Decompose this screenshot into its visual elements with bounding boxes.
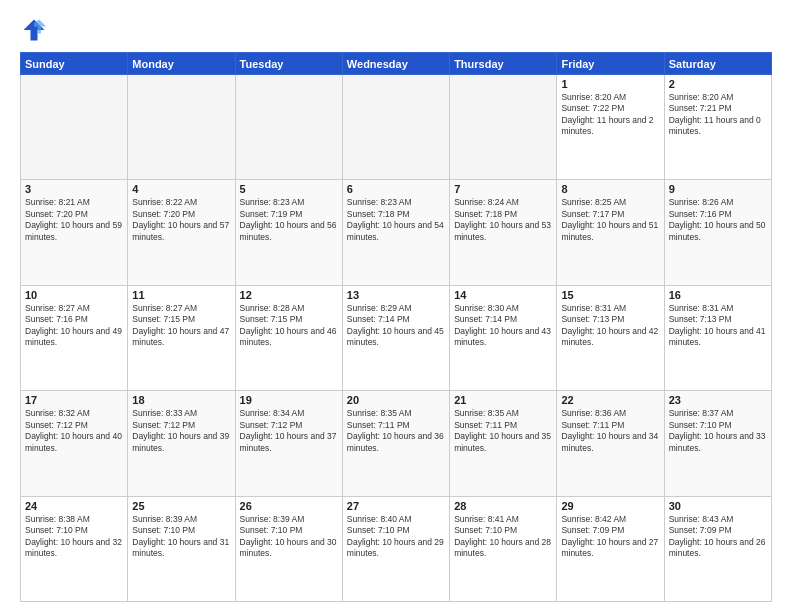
calendar-cell: 2Sunrise: 8:20 AM Sunset: 7:21 PM Daylig… bbox=[664, 75, 771, 180]
calendar-cell: 30Sunrise: 8:43 AM Sunset: 7:09 PM Dayli… bbox=[664, 496, 771, 601]
day-info: Sunrise: 8:20 AM Sunset: 7:21 PM Dayligh… bbox=[669, 92, 767, 138]
calendar-cell: 27Sunrise: 8:40 AM Sunset: 7:10 PM Dayli… bbox=[342, 496, 449, 601]
calendar-cell: 14Sunrise: 8:30 AM Sunset: 7:14 PM Dayli… bbox=[450, 285, 557, 390]
day-info: Sunrise: 8:30 AM Sunset: 7:14 PM Dayligh… bbox=[454, 303, 552, 349]
day-number: 12 bbox=[240, 289, 338, 301]
calendar-cell: 25Sunrise: 8:39 AM Sunset: 7:10 PM Dayli… bbox=[128, 496, 235, 601]
day-info: Sunrise: 8:23 AM Sunset: 7:18 PM Dayligh… bbox=[347, 197, 445, 243]
day-number: 14 bbox=[454, 289, 552, 301]
calendar-cell: 6Sunrise: 8:23 AM Sunset: 7:18 PM Daylig… bbox=[342, 180, 449, 285]
calendar-table: SundayMondayTuesdayWednesdayThursdayFrid… bbox=[20, 52, 772, 602]
day-info: Sunrise: 8:34 AM Sunset: 7:12 PM Dayligh… bbox=[240, 408, 338, 454]
calendar-cell bbox=[342, 75, 449, 180]
calendar-week-5: 24Sunrise: 8:38 AM Sunset: 7:10 PM Dayli… bbox=[21, 496, 772, 601]
calendar-cell: 5Sunrise: 8:23 AM Sunset: 7:19 PM Daylig… bbox=[235, 180, 342, 285]
day-number: 4 bbox=[132, 183, 230, 195]
day-number: 16 bbox=[669, 289, 767, 301]
weekday-header-tuesday: Tuesday bbox=[235, 53, 342, 75]
day-number: 22 bbox=[561, 394, 659, 406]
page: SundayMondayTuesdayWednesdayThursdayFrid… bbox=[0, 0, 792, 612]
logo bbox=[20, 16, 52, 44]
day-info: Sunrise: 8:39 AM Sunset: 7:10 PM Dayligh… bbox=[132, 514, 230, 560]
day-number: 6 bbox=[347, 183, 445, 195]
header bbox=[20, 16, 772, 44]
day-number: 25 bbox=[132, 500, 230, 512]
day-number: 13 bbox=[347, 289, 445, 301]
calendar-cell bbox=[235, 75, 342, 180]
calendar-cell: 22Sunrise: 8:36 AM Sunset: 7:11 PM Dayli… bbox=[557, 391, 664, 496]
day-info: Sunrise: 8:43 AM Sunset: 7:09 PM Dayligh… bbox=[669, 514, 767, 560]
calendar-week-2: 3Sunrise: 8:21 AM Sunset: 7:20 PM Daylig… bbox=[21, 180, 772, 285]
calendar-cell: 4Sunrise: 8:22 AM Sunset: 7:20 PM Daylig… bbox=[128, 180, 235, 285]
day-number: 1 bbox=[561, 78, 659, 90]
calendar-cell: 21Sunrise: 8:35 AM Sunset: 7:11 PM Dayli… bbox=[450, 391, 557, 496]
calendar-cell: 23Sunrise: 8:37 AM Sunset: 7:10 PM Dayli… bbox=[664, 391, 771, 496]
day-info: Sunrise: 8:42 AM Sunset: 7:09 PM Dayligh… bbox=[561, 514, 659, 560]
day-info: Sunrise: 8:31 AM Sunset: 7:13 PM Dayligh… bbox=[561, 303, 659, 349]
day-info: Sunrise: 8:41 AM Sunset: 7:10 PM Dayligh… bbox=[454, 514, 552, 560]
day-number: 23 bbox=[669, 394, 767, 406]
weekday-header-wednesday: Wednesday bbox=[342, 53, 449, 75]
day-info: Sunrise: 8:38 AM Sunset: 7:10 PM Dayligh… bbox=[25, 514, 123, 560]
calendar-cell: 9Sunrise: 8:26 AM Sunset: 7:16 PM Daylig… bbox=[664, 180, 771, 285]
calendar-cell: 11Sunrise: 8:27 AM Sunset: 7:15 PM Dayli… bbox=[128, 285, 235, 390]
calendar-cell: 16Sunrise: 8:31 AM Sunset: 7:13 PM Dayli… bbox=[664, 285, 771, 390]
day-info: Sunrise: 8:31 AM Sunset: 7:13 PM Dayligh… bbox=[669, 303, 767, 349]
day-number: 17 bbox=[25, 394, 123, 406]
day-info: Sunrise: 8:23 AM Sunset: 7:19 PM Dayligh… bbox=[240, 197, 338, 243]
calendar-cell bbox=[450, 75, 557, 180]
calendar-week-3: 10Sunrise: 8:27 AM Sunset: 7:16 PM Dayli… bbox=[21, 285, 772, 390]
day-number: 26 bbox=[240, 500, 338, 512]
calendar-cell: 29Sunrise: 8:42 AM Sunset: 7:09 PM Dayli… bbox=[557, 496, 664, 601]
day-info: Sunrise: 8:29 AM Sunset: 7:14 PM Dayligh… bbox=[347, 303, 445, 349]
logo-icon bbox=[20, 16, 48, 44]
day-number: 8 bbox=[561, 183, 659, 195]
day-info: Sunrise: 8:26 AM Sunset: 7:16 PM Dayligh… bbox=[669, 197, 767, 243]
day-info: Sunrise: 8:33 AM Sunset: 7:12 PM Dayligh… bbox=[132, 408, 230, 454]
day-number: 29 bbox=[561, 500, 659, 512]
day-info: Sunrise: 8:28 AM Sunset: 7:15 PM Dayligh… bbox=[240, 303, 338, 349]
calendar-cell: 18Sunrise: 8:33 AM Sunset: 7:12 PM Dayli… bbox=[128, 391, 235, 496]
day-info: Sunrise: 8:20 AM Sunset: 7:22 PM Dayligh… bbox=[561, 92, 659, 138]
day-info: Sunrise: 8:27 AM Sunset: 7:15 PM Dayligh… bbox=[132, 303, 230, 349]
calendar-cell: 10Sunrise: 8:27 AM Sunset: 7:16 PM Dayli… bbox=[21, 285, 128, 390]
weekday-header-row: SundayMondayTuesdayWednesdayThursdayFrid… bbox=[21, 53, 772, 75]
calendar-cell: 15Sunrise: 8:31 AM Sunset: 7:13 PM Dayli… bbox=[557, 285, 664, 390]
weekday-header-sunday: Sunday bbox=[21, 53, 128, 75]
weekday-header-monday: Monday bbox=[128, 53, 235, 75]
calendar-cell: 1Sunrise: 8:20 AM Sunset: 7:22 PM Daylig… bbox=[557, 75, 664, 180]
day-info: Sunrise: 8:24 AM Sunset: 7:18 PM Dayligh… bbox=[454, 197, 552, 243]
day-number: 18 bbox=[132, 394, 230, 406]
calendar-cell: 19Sunrise: 8:34 AM Sunset: 7:12 PM Dayli… bbox=[235, 391, 342, 496]
day-info: Sunrise: 8:27 AM Sunset: 7:16 PM Dayligh… bbox=[25, 303, 123, 349]
calendar-week-1: 1Sunrise: 8:20 AM Sunset: 7:22 PM Daylig… bbox=[21, 75, 772, 180]
calendar-cell bbox=[128, 75, 235, 180]
day-number: 5 bbox=[240, 183, 338, 195]
calendar-cell: 28Sunrise: 8:41 AM Sunset: 7:10 PM Dayli… bbox=[450, 496, 557, 601]
day-number: 15 bbox=[561, 289, 659, 301]
calendar-cell: 20Sunrise: 8:35 AM Sunset: 7:11 PM Dayli… bbox=[342, 391, 449, 496]
day-number: 21 bbox=[454, 394, 552, 406]
day-info: Sunrise: 8:40 AM Sunset: 7:10 PM Dayligh… bbox=[347, 514, 445, 560]
day-info: Sunrise: 8:35 AM Sunset: 7:11 PM Dayligh… bbox=[347, 408, 445, 454]
day-number: 24 bbox=[25, 500, 123, 512]
day-number: 3 bbox=[25, 183, 123, 195]
calendar-cell: 13Sunrise: 8:29 AM Sunset: 7:14 PM Dayli… bbox=[342, 285, 449, 390]
calendar-cell: 7Sunrise: 8:24 AM Sunset: 7:18 PM Daylig… bbox=[450, 180, 557, 285]
day-number: 20 bbox=[347, 394, 445, 406]
weekday-header-saturday: Saturday bbox=[664, 53, 771, 75]
day-number: 2 bbox=[669, 78, 767, 90]
calendar-cell: 17Sunrise: 8:32 AM Sunset: 7:12 PM Dayli… bbox=[21, 391, 128, 496]
calendar-cell: 8Sunrise: 8:25 AM Sunset: 7:17 PM Daylig… bbox=[557, 180, 664, 285]
day-number: 10 bbox=[25, 289, 123, 301]
calendar-week-4: 17Sunrise: 8:32 AM Sunset: 7:12 PM Dayli… bbox=[21, 391, 772, 496]
day-info: Sunrise: 8:39 AM Sunset: 7:10 PM Dayligh… bbox=[240, 514, 338, 560]
weekday-header-friday: Friday bbox=[557, 53, 664, 75]
day-number: 28 bbox=[454, 500, 552, 512]
day-info: Sunrise: 8:32 AM Sunset: 7:12 PM Dayligh… bbox=[25, 408, 123, 454]
day-info: Sunrise: 8:22 AM Sunset: 7:20 PM Dayligh… bbox=[132, 197, 230, 243]
day-number: 9 bbox=[669, 183, 767, 195]
day-number: 11 bbox=[132, 289, 230, 301]
calendar-cell: 26Sunrise: 8:39 AM Sunset: 7:10 PM Dayli… bbox=[235, 496, 342, 601]
day-info: Sunrise: 8:21 AM Sunset: 7:20 PM Dayligh… bbox=[25, 197, 123, 243]
